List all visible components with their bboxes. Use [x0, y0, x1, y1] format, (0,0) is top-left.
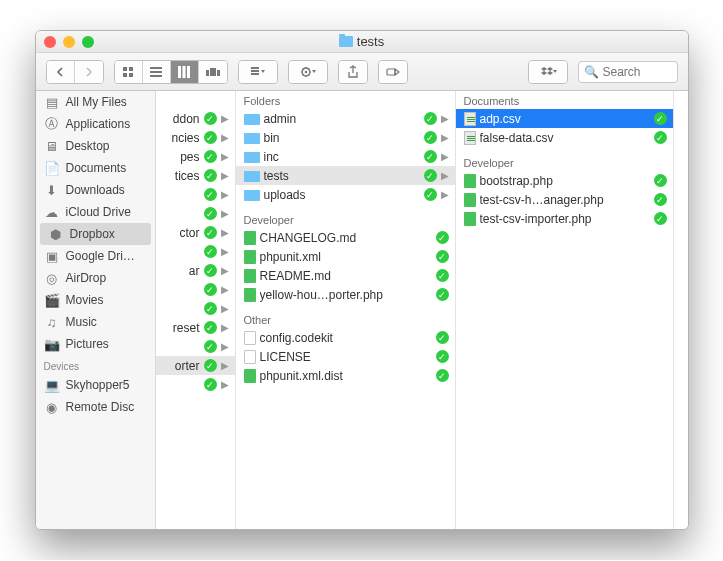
share[interactable]: [339, 61, 367, 83]
file-row[interactable]: README.md✓: [236, 266, 455, 285]
group-header: Developer: [456, 153, 673, 171]
file-name: ddon: [158, 112, 200, 126]
sync-badge: ✓: [204, 302, 217, 315]
file-row[interactable]: ctor✓▶: [156, 223, 235, 242]
file-row[interactable]: ✓▶: [156, 280, 235, 299]
file-name: false-data.csv: [480, 131, 650, 145]
sidebar-item-applications[interactable]: ⒶApplications: [36, 113, 155, 135]
sidebar-item-pictures[interactable]: 📷Pictures: [36, 333, 155, 355]
file-row[interactable]: bootstrap.php✓: [456, 171, 673, 190]
csv-icon: [464, 131, 476, 145]
minimize-button[interactable]: [63, 36, 75, 48]
file-row[interactable]: bin✓▶: [236, 128, 455, 147]
sidebar-item-dropbox[interactable]: ⬢Dropbox: [40, 223, 151, 245]
file-row[interactable]: test-csv-importer.php✓: [456, 209, 673, 228]
view-icon[interactable]: [115, 61, 143, 83]
sidebar-item-all-my-files[interactable]: ▤All My Files: [36, 91, 155, 113]
file-row[interactable]: phpunit.xml.dist✓: [236, 366, 455, 385]
dropbox-dropdown[interactable]: [529, 61, 567, 83]
sidebar[interactable]: ▤All My FilesⒶApplications🖥Desktop📄Docum…: [36, 91, 156, 529]
svg-point-17: [304, 70, 307, 73]
close-button[interactable]: [44, 36, 56, 48]
sidebar-label: Downloads: [66, 183, 125, 197]
file-row[interactable]: ncies✓▶: [156, 128, 235, 147]
csv-icon: [464, 112, 476, 126]
file-row[interactable]: tices✓▶: [156, 166, 235, 185]
file-row[interactable]: ✓▶: [156, 299, 235, 318]
file-row[interactable]: ar✓▶: [156, 261, 235, 280]
chevron-right-icon: ▶: [221, 341, 229, 352]
sidebar-item-remote-disc[interactable]: ◉Remote Disc: [36, 396, 155, 418]
sidebar-item-desktop[interactable]: 🖥Desktop: [36, 135, 155, 157]
group-header: Developer: [236, 210, 455, 228]
file-row[interactable]: ✓▶: [156, 185, 235, 204]
file-name: README.md: [260, 269, 432, 283]
file-row[interactable]: ddon✓▶: [156, 109, 235, 128]
back-button[interactable]: [47, 61, 75, 83]
sync-badge: ✓: [204, 169, 217, 182]
share-button: [338, 60, 368, 84]
chevron-right-icon: ▶: [221, 151, 229, 162]
file-row[interactable]: CHANGELOG.md✓: [236, 228, 455, 247]
sidebar-item-skyhopper-[interactable]: 💻Skyhopper5: [36, 374, 155, 396]
action-dropdown[interactable]: [289, 61, 327, 83]
file-row[interactable]: false-data.csv✓: [456, 128, 673, 147]
sync-badge: ✓: [654, 212, 667, 225]
arrange-dropdown[interactable]: [239, 61, 277, 83]
file-row[interactable]: tests✓▶: [236, 166, 455, 185]
file-row[interactable]: yellow-hou…porter.php✓: [236, 285, 455, 304]
column-2[interactable]: Documentsadp.csv✓false-data.csv✓Develope…: [456, 91, 674, 529]
sidebar-item-icloud-drive[interactable]: ☁iCloud Drive: [36, 201, 155, 223]
sidebar-label: Remote Disc: [66, 400, 135, 414]
file-row[interactable]: ✓▶: [156, 375, 235, 394]
folder-icon: [244, 171, 260, 182]
file-row[interactable]: LICENSE✓: [236, 347, 455, 366]
sidebar-item-documents[interactable]: 📄Documents: [36, 157, 155, 179]
finder-window: tests 🔍: [35, 30, 689, 530]
file-row[interactable]: adp.csv✓: [456, 109, 673, 128]
svg-rect-2: [123, 73, 127, 77]
apps-icon: Ⓐ: [44, 116, 60, 132]
file-row[interactable]: reset✓▶: [156, 318, 235, 337]
chevron-right-icon: ▶: [221, 189, 229, 200]
svg-rect-12: [217, 70, 220, 76]
tags[interactable]: [379, 61, 407, 83]
column-0[interactable]: ddon✓▶ncies✓▶pes✓▶tices✓▶✓▶✓▶ctor✓▶✓▶ar✓…: [156, 91, 236, 529]
file-row[interactable]: ✓▶: [156, 204, 235, 223]
content: ▤All My FilesⒶApplications🖥Desktop📄Docum…: [36, 91, 688, 529]
sidebar-item-music[interactable]: ♫Music: [36, 311, 155, 333]
file-name: ncies: [158, 131, 200, 145]
file-name: admin: [264, 112, 420, 126]
file-row[interactable]: inc✓▶: [236, 147, 455, 166]
file-row[interactable]: ✓▶: [156, 242, 235, 261]
maximize-button[interactable]: [82, 36, 94, 48]
php-icon: [464, 193, 476, 207]
columns: ddon✓▶ncies✓▶pes✓▶tices✓▶✓▶✓▶ctor✓▶✓▶ar✓…: [156, 91, 688, 529]
forward-button[interactable]: [75, 61, 103, 83]
folder-icon: [244, 190, 260, 201]
file-row[interactable]: admin✓▶: [236, 109, 455, 128]
svg-rect-13: [251, 67, 259, 69]
file-row[interactable]: orter✓▶: [156, 356, 235, 375]
airdrop-icon: ◎: [44, 270, 60, 286]
sidebar-label: Applications: [66, 117, 131, 131]
file-row[interactable]: config.codekit✓: [236, 328, 455, 347]
sidebar-item-airdrop[interactable]: ◎AirDrop: [36, 267, 155, 289]
sidebar-item-movies[interactable]: 🎬Movies: [36, 289, 155, 311]
column-1[interactable]: Foldersadmin✓▶bin✓▶inc✓▶tests✓▶uploads✓▶…: [236, 91, 456, 529]
file-row[interactable]: ✓▶: [156, 337, 235, 356]
view-column[interactable]: [171, 61, 199, 83]
documents-icon: 📄: [44, 160, 60, 176]
sync-badge: ✓: [436, 288, 449, 301]
pictures-icon: 📷: [44, 336, 60, 352]
view-coverflow[interactable]: [199, 61, 227, 83]
file-row[interactable]: pes✓▶: [156, 147, 235, 166]
group-header: Documents: [456, 91, 673, 109]
file-row[interactable]: uploads✓▶: [236, 185, 455, 204]
file-row[interactable]: phpunit.xml✓: [236, 247, 455, 266]
sidebar-item-downloads[interactable]: ⬇Downloads: [36, 179, 155, 201]
view-list[interactable]: [143, 61, 171, 83]
file-row[interactable]: test-csv-h…anager.php✓: [456, 190, 673, 209]
titlebar[interactable]: tests: [36, 31, 688, 53]
sidebar-item-google-dri-[interactable]: ▣Google Dri…: [36, 245, 155, 267]
